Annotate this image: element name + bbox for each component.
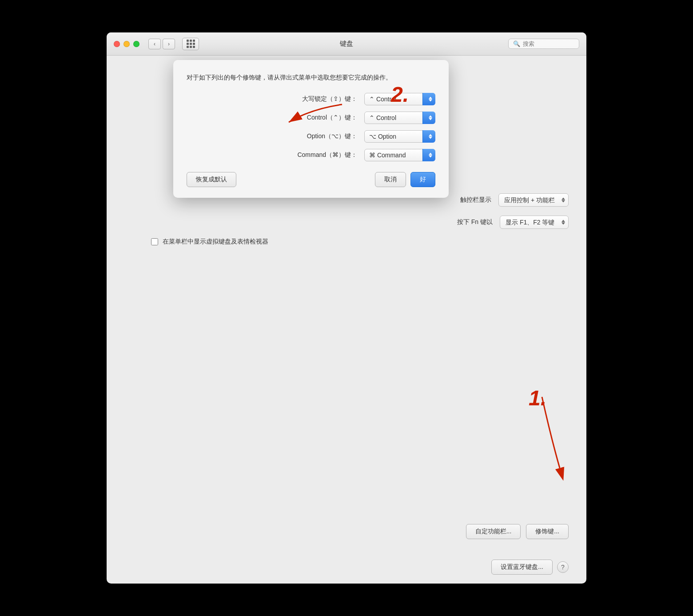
modal-description: 对于如下列出的每个修饰键，请从弹出式菜单中选取您想要它完成的操作。 bbox=[187, 72, 435, 82]
bluetooth-keyboard-button[interactable]: 设置蓝牙键盘... bbox=[491, 560, 553, 575]
traffic-lights bbox=[114, 41, 139, 47]
cancel-button[interactable]: 取消 bbox=[375, 172, 406, 187]
command-select[interactable]: ⌘ Command No Action ⌃ Control ⌥ Option bbox=[364, 149, 435, 161]
restore-defaults-button[interactable]: 恢复成默认 bbox=[187, 172, 236, 187]
control-select[interactable]: ⌃ Control No Action ⌥ Option ⌘ Command bbox=[364, 112, 435, 124]
maximize-button[interactable] bbox=[133, 41, 139, 47]
window-title: 键盘 bbox=[340, 40, 353, 48]
titlebar: ‹ › 键盘 🔍 bbox=[107, 32, 586, 56]
grid-icon bbox=[187, 40, 195, 48]
caps-lock-select-wrapper: ⌃ Control No Action ⌥ Option ⌘ Command ⎋… bbox=[364, 93, 435, 105]
close-button[interactable] bbox=[114, 41, 120, 47]
control-row: Control（⌃）键： ⌃ Control No Action ⌥ Optio… bbox=[187, 112, 435, 124]
modal-overlay: 对于如下列出的每个修饰键，请从弹出式菜单中选取您想要它完成的操作。 大写锁定（⇪… bbox=[107, 56, 586, 552]
modal-buttons: 恢复成默认 取消 好 bbox=[187, 172, 435, 187]
control-label: Control（⌃）键： bbox=[277, 114, 357, 122]
search-icon: 🔍 bbox=[513, 40, 520, 47]
search-input[interactable] bbox=[523, 40, 574, 47]
footer: 设置蓝牙键盘... ? bbox=[107, 552, 586, 584]
help-button[interactable]: ? bbox=[557, 561, 569, 573]
forward-button[interactable]: › bbox=[163, 39, 175, 49]
option-row: Option（⌥）键： ⌥ Option No Action ⌃ Control… bbox=[187, 130, 435, 143]
command-select-wrapper: ⌘ Command No Action ⌃ Control ⌥ Option bbox=[364, 149, 435, 161]
back-button[interactable]: ‹ bbox=[148, 39, 161, 49]
nav-buttons: ‹ › bbox=[148, 39, 175, 49]
caps-lock-select[interactable]: ⌃ Control No Action ⌥ Option ⌘ Command ⎋… bbox=[364, 93, 435, 105]
ok-button[interactable]: 好 bbox=[410, 172, 435, 187]
control-select-wrapper: ⌃ Control No Action ⌥ Option ⌘ Command bbox=[364, 112, 435, 124]
main-window: ‹ › 键盘 🔍 触控栏显示 应用控制 + 功能栏 bbox=[107, 32, 586, 584]
modifier-keys-modal: 对于如下列出的每个修饰键，请从弹出式菜单中选取您想要它完成的操作。 大写锁定（⇪… bbox=[173, 60, 449, 198]
minimize-button[interactable] bbox=[123, 41, 130, 47]
option-label: Option（⌥）键： bbox=[277, 132, 357, 140]
caps-lock-label: 大写锁定（⇪）键： bbox=[277, 95, 357, 103]
main-content: 触控栏显示 应用控制 + 功能栏 按下 Fn 键以 bbox=[107, 56, 586, 552]
search-box[interactable]: 🔍 bbox=[508, 39, 579, 49]
caps-lock-row: 大写锁定（⇪）键： ⌃ Control No Action ⌥ Option ⌘… bbox=[187, 93, 435, 105]
command-label: Command（⌘）键： bbox=[277, 151, 357, 159]
modal-btn-group: 取消 好 bbox=[375, 172, 435, 187]
command-row: Command（⌘）键： ⌘ Command No Action ⌃ Contr… bbox=[187, 149, 435, 161]
grid-view-button[interactable] bbox=[182, 38, 199, 50]
option-select[interactable]: ⌥ Option No Action ⌃ Control ⌘ Command bbox=[364, 130, 435, 143]
option-select-wrapper: ⌥ Option No Action ⌃ Control ⌘ Command bbox=[364, 130, 435, 143]
